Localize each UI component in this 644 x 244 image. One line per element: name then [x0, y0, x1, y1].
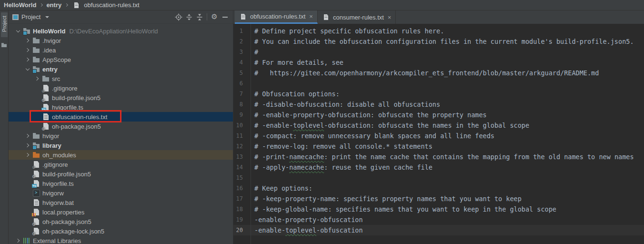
module-folder-icon	[32, 65, 40, 73]
breadcrumb-project[interactable]: HelloWorld	[4, 1, 36, 9]
editor-line[interactable]: 14 # -apply-namecache: reuse the given c…	[233, 162, 644, 173]
chevron-icon[interactable]	[33, 75, 41, 82]
editor-line[interactable]: 18 # -keep-global-name: specifies names …	[233, 204, 644, 214]
tree-row[interactable]: src	[9, 74, 233, 83]
editor-line[interactable]: 7 # Obfuscation options:	[233, 89, 644, 99]
editor-line[interactable]: 17 # -keep-property-name: specifies prop…	[233, 193, 644, 204]
tree-row[interactable]: oh-package.json5	[9, 217, 233, 226]
tab-consumer-rules[interactable]: consumer-rules.txt ×	[318, 10, 396, 24]
tree-row[interactable]: .hvigor	[9, 36, 233, 45]
chevron-icon[interactable]	[24, 151, 31, 159]
editor-line[interactable]: 4 # For more details, see	[233, 57, 644, 68]
breadcrumb-module[interactable]: entry	[46, 1, 61, 9]
editor-line[interactable]: 9 # -enable-property-obfuscation: obfusc…	[233, 110, 644, 120]
code-text: # -keep-property-name: specifies propert…	[247, 193, 522, 204]
code-text: # Obfuscation options:	[247, 89, 340, 99]
editor-line[interactable]: 10 # -enable-toplevel-obfuscation: obfus…	[233, 120, 644, 131]
editor-tabs: obfuscation-rules.txt × consumer-rules.t…	[233, 10, 644, 24]
tab-obfuscation-rules[interactable]: obfuscation-rules.txt ×	[235, 10, 318, 24]
tree-row[interactable]: HelloWorld D:\DevEcoAppliation\HelloWorl…	[9, 26, 233, 36]
folder-icon	[32, 46, 40, 54]
tree-row[interactable]: entry	[9, 64, 233, 74]
editor-line[interactable]: 3 #	[233, 47, 644, 57]
expand-all-icon[interactable]	[184, 12, 194, 22]
tree-row[interactable]: oh-package.json5	[9, 122, 233, 131]
line-number: 14	[233, 162, 247, 173]
tree-row[interactable]: .idea	[9, 45, 233, 55]
chevron-icon[interactable]	[24, 37, 31, 44]
tree-row[interactable]: hvigorw.bat	[9, 198, 233, 207]
editor-line[interactable]: 13 # -print-namecache: print the name ca…	[233, 152, 644, 162]
editor-line[interactable]: 15	[233, 173, 644, 183]
chevron-icon[interactable]	[24, 227, 31, 235]
chevron-icon[interactable]	[33, 84, 41, 92]
chevron-icon[interactable]	[14, 27, 22, 35]
breadcrumb-file[interactable]: obfuscation-rules.txt	[84, 1, 139, 9]
editor-line[interactable]: 16 # Keep options:	[233, 183, 644, 193]
hide-panel-icon[interactable]	[220, 12, 230, 22]
chevron-icon[interactable]	[33, 113, 41, 121]
code-text	[247, 173, 254, 183]
chevron-icon[interactable]	[24, 208, 31, 216]
chevron-icon[interactable]	[33, 94, 41, 102]
tree-row[interactable]: local.properties	[9, 207, 233, 217]
editor-line[interactable]: 5 # https://gitee.com/openharmony/arkcom…	[233, 68, 644, 78]
folder-icon[interactable]	[1, 43, 7, 47]
tree-row[interactable]: build-profile.json5	[9, 93, 233, 102]
tree-row[interactable]: .gitignore	[9, 160, 233, 169]
chevron-icon[interactable]	[24, 170, 31, 178]
file-ignore-icon	[32, 161, 40, 168]
editor-line[interactable]: 11 # -compact: remove unnecessary blank …	[233, 131, 644, 141]
code-text: # -enable-property-obfuscation: obfuscat…	[247, 110, 487, 120]
tree-row[interactable]: oh-package-lock.json5	[9, 226, 233, 236]
chevron-icon[interactable]	[24, 132, 31, 140]
chevron-icon[interactable]	[24, 46, 31, 54]
tree-row[interactable]: .gitignore	[9, 83, 233, 93]
tree-row[interactable]: build-profile.json5	[9, 169, 233, 179]
code-editor[interactable]: 1 # Define project specific obfuscation …	[233, 24, 644, 244]
code-text: # -print-namecache: print the name cache…	[247, 152, 634, 162]
chevron-icon[interactable]	[24, 199, 31, 206]
close-icon[interactable]: ×	[388, 14, 392, 21]
chevron-icon[interactable]	[24, 142, 31, 149]
file-json5-icon	[32, 227, 40, 235]
project-toolbar: Project	[9, 10, 233, 24]
close-icon[interactable]: ×	[309, 13, 313, 20]
editor-line[interactable]: 2 # You can include the obfuscation conf…	[233, 36, 644, 47]
tree-item-label: HelloWorld	[33, 28, 65, 35]
tree-row[interactable]: obfuscation-rules.txt	[9, 112, 233, 122]
line-number: 4	[233, 57, 247, 68]
editor-line[interactable]: 1 # Define project specific obfuscation …	[233, 26, 644, 36]
editor-line[interactable]: 6	[233, 78, 644, 89]
folder-icon	[32, 37, 40, 44]
tree-row[interactable]: hvigor	[9, 131, 233, 141]
chevron-icon[interactable]	[24, 65, 31, 73]
tree-row[interactable]: hvigorfile.ts	[9, 102, 233, 112]
tree-row[interactable]: External Libraries	[9, 236, 233, 244]
chevron-icon[interactable]	[24, 218, 31, 225]
tree-row[interactable]: oh_modules	[9, 150, 233, 160]
project-view-selector[interactable]: Project	[21, 13, 40, 20]
chevron-icon[interactable]	[14, 237, 22, 244]
tree-row[interactable]: AppScope	[9, 55, 233, 64]
chevron-icon[interactable]	[24, 161, 31, 168]
chevron-icon[interactable]	[33, 103, 41, 111]
chevron-icon[interactable]	[24, 189, 31, 197]
locate-file-icon[interactable]	[173, 12, 184, 22]
editor-line[interactable]: 12 # -remove-log: remove all console.* s…	[233, 141, 644, 152]
project-tool-window-button[interactable]: Project	[1, 12, 8, 37]
chevron-down-icon[interactable]	[45, 16, 49, 18]
tree-row[interactable]: library	[9, 141, 233, 150]
chevron-icon[interactable]	[24, 56, 31, 63]
editor-line[interactable]: 20 -enable-toplevel-obfuscation	[233, 225, 644, 235]
toolbar-separator	[207, 13, 207, 20]
line-number: 19	[233, 214, 247, 225]
settings-gear-icon[interactable]: ⚙	[209, 12, 220, 22]
tree-row[interactable]: hvigorw	[9, 188, 233, 198]
chevron-icon[interactable]	[33, 122, 41, 130]
collapse-all-icon[interactable]	[194, 12, 205, 22]
editor-line[interactable]: 19 -enable-property-obfuscation	[233, 214, 644, 225]
tree-row[interactable]: hvigorfile.ts	[9, 179, 233, 188]
editor-line[interactable]: 8 # -disable-obfuscation: disable all ob…	[233, 99, 644, 110]
chevron-icon[interactable]	[24, 180, 31, 187]
